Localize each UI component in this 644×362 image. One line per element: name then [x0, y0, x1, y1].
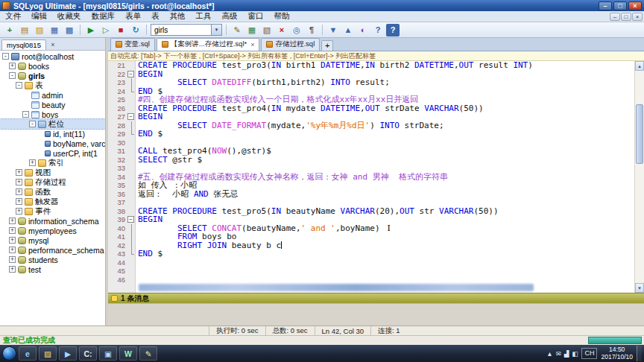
- expand-icon[interactable]: +: [16, 188, 22, 195]
- collapse-icon[interactable]: -: [9, 72, 16, 79]
- code-line[interactable]: 26CREATE PROCEDURE test_pro4(IN mydate D…: [108, 104, 634, 113]
- scroll-up-icon[interactable]: ▲: [635, 61, 644, 71]
- menu-item-1[interactable]: 编辑: [26, 11, 52, 22]
- find-icon[interactable]: ◎: [290, 24, 303, 36]
- menu-item-9[interactable]: 窗口: [243, 11, 269, 22]
- tree-item[interactable]: -栏位: [0, 119, 105, 129]
- explain-query-icon[interactable]: ▷: [99, 24, 113, 36]
- taskbar-cmd-icon[interactable]: C:: [79, 346, 97, 361]
- taskbar-explorer-icon[interactable]: ▨: [39, 346, 57, 361]
- tree-item[interactable]: -root@localhost: [0, 51, 105, 61]
- tree-item[interactable]: +函数: [0, 187, 105, 197]
- delete-icon[interactable]: ×: [275, 24, 288, 36]
- connection-tab[interactable]: mysql0815: [1, 39, 46, 50]
- tree-item[interactable]: +books: [0, 61, 105, 71]
- close-tab-icon[interactable]: ×: [250, 41, 254, 48]
- taskbar-media-player-icon[interactable]: ▶: [59, 346, 77, 361]
- chevron-down-icon[interactable]: ▼: [211, 25, 221, 35]
- expand-icon[interactable]: +: [16, 179, 22, 185]
- collapse-icon[interactable]: -: [22, 111, 29, 118]
- taskbar-notepad-icon[interactable]: ✎: [139, 346, 157, 361]
- show-desktop-button[interactable]: [637, 346, 642, 361]
- editor-tab-2[interactable]: 存储过程.sql: [261, 38, 320, 51]
- expand-icon[interactable]: +: [16, 208, 22, 215]
- tree-item[interactable]: +boyName, varch: [0, 139, 105, 148]
- code-line[interactable]: 23 SELECT DATEDIFF(birth1,birth2) INTO r…: [108, 78, 634, 87]
- code-line[interactable]: 21CREATE PROCEDURE test_pro3(IN birth1 D…: [108, 61, 634, 70]
- maximize-icon[interactable]: □: [613, 1, 627, 10]
- help-icon[interactable]: ?: [386, 24, 400, 36]
- menu-item-0[interactable]: 文件: [0, 11, 26, 22]
- code-line[interactable]: 32SELECT @str $: [108, 156, 634, 165]
- fold-collapse-icon[interactable]: −: [127, 215, 136, 224]
- code-line[interactable]: 36返回： 小昭 AND 张无忌: [108, 190, 634, 199]
- taskbar-editor-icon[interactable]: ▣: [99, 346, 117, 361]
- tree-item[interactable]: +触发器: [0, 197, 105, 206]
- fold-collapse-icon[interactable]: −: [127, 112, 136, 121]
- save-file-icon[interactable]: ▦: [48, 24, 61, 36]
- expand-icon[interactable]: +: [29, 159, 36, 166]
- database-selector[interactable]: girls▼: [151, 24, 222, 36]
- tree-item[interactable]: -表: [0, 80, 105, 90]
- tree-item[interactable]: +mysql: [0, 235, 105, 245]
- export-icon[interactable]: ▼: [326, 24, 340, 36]
- mdi-restore-icon[interactable]: □: [621, 13, 631, 21]
- tree-item[interactable]: +id, int(11): [0, 129, 105, 139]
- stop-query-icon[interactable]: ■: [114, 24, 127, 36]
- tree-item[interactable]: +存储过程: [0, 177, 105, 187]
- menu-item-2[interactable]: 收藏夹: [52, 11, 86, 22]
- expand-icon[interactable]: +: [9, 266, 16, 273]
- menu-item-6[interactable]: 其他: [165, 11, 191, 22]
- expand-icon[interactable]: +: [16, 169, 22, 176]
- menu-item-5[interactable]: 表: [146, 11, 165, 22]
- code-line[interactable]: 45: [108, 267, 634, 276]
- fold-collapse-icon[interactable]: −: [127, 70, 136, 79]
- scheduler-icon[interactable]: ◐: [356, 24, 370, 36]
- tree-item[interactable]: +视图: [0, 168, 105, 177]
- tree-item[interactable]: +test: [0, 264, 105, 274]
- new-table-icon[interactable]: ▦: [245, 24, 259, 36]
- tree-item[interactable]: +beauty: [0, 100, 105, 109]
- execute-query-icon[interactable]: ▶: [84, 24, 98, 36]
- menu-item-8[interactable]: 高级: [217, 11, 243, 22]
- connection-tab-close-icon[interactable]: ×: [48, 41, 57, 50]
- tree-item[interactable]: +students: [0, 255, 105, 264]
- code-line[interactable]: 28 SELECT DATE_FORMAT(mydate,'%y年%m月%d日'…: [108, 121, 634, 130]
- tree-item[interactable]: +事件: [0, 206, 105, 216]
- expand-icon[interactable]: +: [9, 217, 16, 224]
- format-query-icon[interactable]: ¶: [305, 24, 318, 36]
- new-query-editor-icon[interactable]: ▤: [18, 24, 31, 36]
- expand-icon[interactable]: +: [9, 63, 16, 69]
- editor-tab-1[interactable]: 【案例讲...存储过程.sql*×: [157, 38, 260, 51]
- expand-icon[interactable]: +: [9, 227, 16, 234]
- refresh-icon[interactable]: ↻: [129, 24, 142, 36]
- tree-item[interactable]: +索引: [0, 158, 105, 168]
- info-icon[interactable]: ?: [371, 24, 385, 36]
- editor-scrollbar[interactable]: ▲ ▼: [634, 61, 644, 293]
- code-area[interactable]: 21CREATE PROCEDURE test_pro3(IN birth1 D…: [108, 61, 634, 293]
- messages-header[interactable]: 1 条消息: [108, 293, 644, 303]
- tray-message-icon[interactable]: ✉: [556, 350, 561, 358]
- open-file-icon[interactable]: ▨: [33, 24, 46, 36]
- taskbar-wps-icon[interactable]: W: [119, 346, 137, 361]
- tree-item[interactable]: -girls: [0, 71, 105, 80]
- tree-item[interactable]: -boys: [0, 109, 105, 119]
- tree-item[interactable]: +userCP, int(1: [0, 148, 105, 158]
- tray-show-hidden-icon[interactable]: ▲: [546, 350, 552, 358]
- editor-tab-0[interactable]: 变量.sql: [110, 38, 155, 51]
- language-indicator[interactable]: CH: [581, 348, 597, 359]
- taskbar-clock[interactable]: 14:50 2017/10/10: [601, 346, 633, 361]
- save-all-icon[interactable]: ▩: [63, 24, 76, 36]
- menu-item-7[interactable]: 工具: [191, 11, 217, 22]
- code-line[interactable]: 38CREATE PROCEDURE test_pro5(IN beautyNa…: [108, 207, 634, 216]
- alter-table-icon[interactable]: ▧: [260, 24, 274, 36]
- tree-item[interactable]: +information_schema: [0, 216, 105, 226]
- scroll-down-icon[interactable]: ▼: [635, 283, 644, 293]
- code-line[interactable]: 44: [108, 258, 634, 267]
- start-button[interactable]: [2, 346, 16, 361]
- new-connection-icon[interactable]: +: [3, 24, 16, 36]
- menu-item-10[interactable]: 帮助: [269, 11, 295, 22]
- mdi-minimize-icon[interactable]: –: [610, 13, 620, 21]
- tree-item[interactable]: +admin: [0, 90, 105, 100]
- code-line[interactable]: 43END $: [108, 250, 634, 258]
